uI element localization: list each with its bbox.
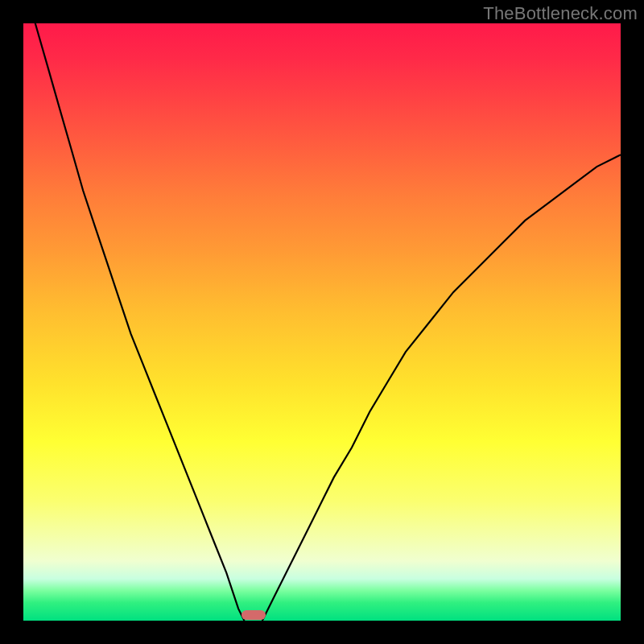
- chart-frame: TheBottleneck.com: [0, 0, 644, 644]
- optimal-marker: [242, 610, 266, 620]
- curve-left: [23, 0, 245, 621]
- watermark-text: TheBottleneck.com: [483, 3, 638, 24]
- bottleneck-curves: [23, 23, 621, 621]
- plot-area: [23, 23, 621, 621]
- curve-right: [262, 155, 621, 621]
